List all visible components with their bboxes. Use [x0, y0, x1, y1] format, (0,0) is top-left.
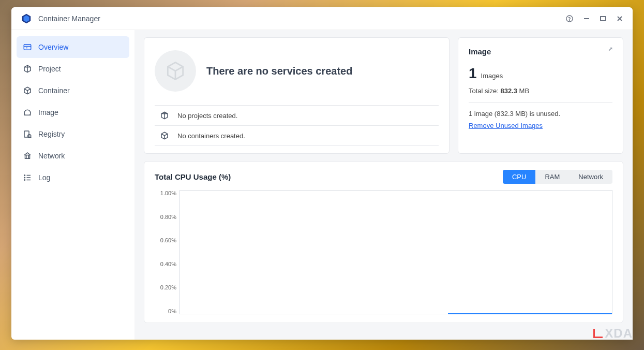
log-icon [23, 173, 32, 182]
y-tick: 1.00% [155, 190, 176, 196]
image-panel-title: Image [469, 47, 612, 56]
cpu-header: Total CPU Usage (%) CPU RAM Network [155, 170, 612, 184]
sidebar-item-label: Image [38, 108, 58, 116]
size-unit: MB [519, 87, 530, 95]
svg-point-3 [570, 20, 570, 21]
sidebar-item-label: Container [38, 86, 70, 95]
y-tick: 0% [155, 308, 176, 314]
sidebar-item-container[interactable]: Container [17, 80, 129, 101]
svg-rect-5 [601, 17, 606, 21]
watermark-text: XDA [605, 326, 633, 341]
image-icon [23, 108, 32, 117]
sidebar-item-log[interactable]: Log [17, 167, 129, 188]
svg-rect-8 [24, 45, 31, 50]
y-axis: 1.00% 0.80% 0.60% 0.40% 0.20% 0% [155, 190, 179, 314]
svg-point-18 [24, 177, 25, 178]
watermark-icon [593, 329, 603, 338]
app-title: Container Manager [38, 14, 565, 23]
resource-toggle-group: CPU RAM Network [503, 170, 612, 184]
chart-line [448, 313, 612, 314]
sidebar-item-label: Overview [38, 43, 68, 51]
status-row-projects: No projects created. [155, 105, 439, 125]
remove-unused-link[interactable]: Remove Unused Images [469, 122, 543, 129]
network-icon [23, 151, 32, 161]
help-icon[interactable] [565, 14, 574, 23]
registry-icon [23, 129, 32, 139]
image-count-row: 1 Images [469, 65, 612, 82]
services-header: There are no services created [155, 50, 439, 92]
sidebar-item-label: Project [38, 65, 61, 73]
watermark: XDA [593, 326, 633, 341]
cpu-title: Total CPU Usage (%) [155, 172, 503, 181]
sidebar-item-project[interactable]: Project [17, 58, 129, 80]
titlebar: Container Manager [11, 7, 633, 30]
overview-icon [23, 42, 32, 52]
chart-area: 1.00% 0.80% 0.60% 0.40% 0.20% 0% [155, 190, 612, 314]
unused-text: 1 image (832.3 MB) is unused. [469, 110, 612, 118]
chart-plot [179, 190, 612, 314]
maximize-icon[interactable] [600, 15, 607, 22]
services-card: There are no services created No project… [144, 37, 450, 154]
size-label: Total size: [469, 87, 499, 95]
image-card: Image 1 Images Total size: 832.3 MB 1 im… [458, 37, 623, 154]
sidebar-item-label: Network [38, 152, 65, 160]
status-text: No projects created. [177, 112, 237, 120]
project-icon [160, 111, 169, 120]
sidebar-item-registry[interactable]: Registry [17, 123, 129, 145]
app-window: Container Manager Overview Project Conta… [11, 7, 633, 340]
sidebar-item-network[interactable]: Network [17, 145, 129, 167]
sidebar-item-overview[interactable]: Overview [17, 36, 129, 58]
y-tick: 0.20% [155, 284, 176, 290]
close-icon[interactable] [616, 15, 623, 22]
svg-rect-14 [25, 155, 30, 159]
container-icon [160, 131, 169, 140]
status-row-containers: No containers created. [155, 125, 439, 146]
sidebar: Overview Project Container Image Registr… [11, 30, 134, 340]
services-empty-icon [155, 50, 196, 92]
minimize-icon[interactable] [583, 15, 590, 22]
y-tick: 0.60% [155, 237, 176, 243]
services-title: There are no services created [206, 65, 352, 77]
container-icon [23, 86, 32, 95]
app-icon [21, 13, 32, 24]
tab-ram[interactable]: RAM [535, 170, 569, 184]
sidebar-item-label: Log [38, 173, 50, 182]
y-tick: 0.80% [155, 214, 176, 220]
top-row: There are no services created No project… [144, 37, 623, 154]
svg-rect-11 [24, 131, 29, 137]
y-tick: 0.40% [155, 261, 176, 267]
status-text: No containers created. [177, 132, 245, 140]
svg-point-17 [24, 175, 25, 176]
image-count-label: Images [481, 72, 503, 80]
sidebar-item-image[interactable]: Image [17, 101, 129, 123]
content: There are no services created No project… [134, 30, 633, 340]
window-controls [565, 14, 623, 23]
svg-point-19 [24, 180, 25, 181]
cpu-card: Total CPU Usage (%) CPU RAM Network 1.00… [144, 161, 623, 323]
popout-icon[interactable] [605, 46, 613, 56]
svg-line-13 [31, 137, 32, 138]
image-count: 1 [469, 65, 477, 82]
size-value: 832.3 [500, 87, 517, 95]
image-size-row: Total size: 832.3 MB [469, 87, 612, 103]
tab-network[interactable]: Network [569, 170, 612, 184]
project-icon [23, 64, 32, 74]
body-area: Overview Project Container Image Registr… [11, 30, 633, 340]
sidebar-item-label: Registry [38, 130, 65, 138]
tab-cpu[interactable]: CPU [503, 170, 535, 184]
